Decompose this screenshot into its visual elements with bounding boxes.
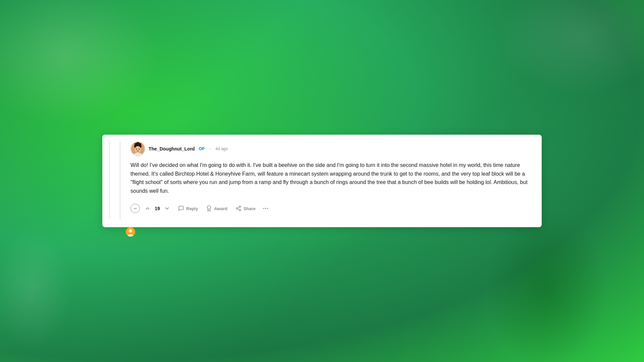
op-badge: OP: [199, 146, 205, 151]
share-label: Share: [244, 206, 256, 211]
share-icon: [235, 205, 241, 212]
comment-header: The_Doughnut_Lord OP · 4d ago: [130, 141, 535, 156]
reply-icon: [178, 205, 184, 212]
timestamp: 4d ago: [215, 146, 228, 151]
indent-lines: [109, 141, 130, 219]
svg-point-6: [136, 148, 137, 149]
vote-section: 19: [143, 203, 172, 214]
more-button[interactable]: [260, 203, 271, 214]
action-bar: − 19: [130, 200, 535, 219]
indent-line-2: [120, 141, 120, 219]
avatar-image: [131, 142, 145, 156]
comment-card: The_Doughnut_Lord OP · 4d ago Will do! I…: [102, 135, 542, 227]
svg-point-15: [263, 208, 264, 209]
comment-content: The_Doughnut_Lord OP · 4d ago Will do! I…: [130, 141, 535, 219]
award-button[interactable]: Award: [203, 203, 231, 214]
svg-point-4: [139, 143, 141, 146]
comment-body: Will do! I've decided on what I'm going …: [130, 161, 535, 195]
downvote-button[interactable]: [162, 203, 172, 214]
share-button[interactable]: Share: [232, 203, 259, 214]
reply-button[interactable]: Reply: [175, 203, 201, 214]
svg-point-19: [129, 229, 132, 233]
downvote-icon: [164, 205, 170, 212]
award-label: Award: [214, 206, 227, 211]
reply-label: Reply: [186, 206, 198, 211]
svg-point-9: [207, 206, 211, 209]
more-icon: [262, 205, 269, 212]
svg-point-17: [267, 208, 268, 209]
separator: ·: [209, 146, 211, 152]
svg-point-7: [139, 148, 140, 149]
svg-point-16: [265, 208, 266, 209]
svg-point-5: [135, 146, 141, 153]
comment-wrapper: The_Doughnut_Lord OP · 4d ago Will do! I…: [102, 135, 542, 219]
svg-line-13: [237, 209, 239, 210]
collapse-button[interactable]: −: [130, 204, 140, 213]
upvote-icon: [145, 205, 151, 212]
svg-point-3: [135, 143, 137, 146]
upvote-button[interactable]: [143, 203, 153, 214]
next-comment-row: [102, 219, 542, 227]
indent-line-1: [109, 141, 110, 219]
vote-count: 19: [154, 206, 161, 211]
username[interactable]: The_Doughnut_Lord: [149, 146, 195, 152]
avatar: [130, 141, 145, 156]
svg-line-14: [237, 207, 239, 208]
award-icon: [206, 205, 212, 212]
